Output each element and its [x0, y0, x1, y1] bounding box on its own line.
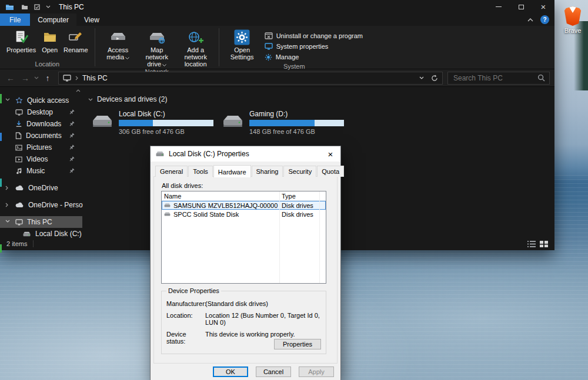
ribbon-separator [219, 28, 219, 66]
search-box[interactable] [447, 72, 550, 85]
navigation-bar: ← → ↑ This PC [0, 69, 554, 87]
sidebar-item-local-disk[interactable]: Local Disk (C:) [0, 228, 82, 240]
properties-button[interactable]: Properties [4, 28, 39, 53]
system-properties-button[interactable]: System properties [262, 41, 366, 52]
device-name: SAMSUNG MZVLB512HAJQ-00000 [173, 202, 278, 209]
sidebar-item-this-pc[interactable]: This PC [0, 216, 82, 228]
ribbon-group-label-system: System [220, 62, 368, 70]
details-view-icon[interactable] [527, 241, 536, 247]
address-dropdown-chevron-icon[interactable] [419, 76, 424, 79]
sidebar-item-pictures[interactable]: Pictures [0, 142, 82, 153]
table-row[interactable]: SAMSUNG MZVLB512HAJQ-00000 Disk drives [162, 201, 326, 210]
breadcrumb[interactable]: This PC [82, 74, 108, 82]
music-icon [15, 167, 22, 174]
search-input[interactable] [452, 73, 534, 83]
chevron-down-icon[interactable] [5, 220, 10, 223]
collapse-ribbon-icon[interactable] [527, 18, 533, 22]
sidebar-item-onedrive[interactable]: OneDrive [0, 182, 82, 194]
scrollbar-up-icon[interactable] [76, 89, 81, 92]
drive-tile-gaming[interactable]: Gaming (D:) 148 GB free of 476 GB [222, 110, 344, 135]
desktop-monitor-icon [15, 109, 23, 116]
scrollbar-down-icon[interactable] [76, 231, 81, 234]
sidebar-item-label: OneDrive - Perso [28, 201, 83, 209]
sidebar-item-label: OneDrive [28, 184, 58, 192]
chevron-right-icon[interactable] [5, 203, 8, 207]
breadcrumb-chevron-icon [75, 76, 78, 80]
back-icon[interactable]: ← [5, 73, 16, 83]
up-icon[interactable]: ↑ [42, 73, 54, 83]
uninstall-program-button[interactable]: Uninstall or change a program [262, 31, 366, 41]
manage-button[interactable]: Manage [262, 52, 366, 62]
drive-usage-fill [119, 120, 153, 126]
column-divider[interactable] [319, 191, 320, 283]
table-row[interactable]: SPCC Solid State Disk Disk drives [162, 210, 326, 218]
sidebar-item-quick-access[interactable]: Quick access [0, 95, 82, 106]
qat-properties-icon[interactable] [34, 4, 40, 10]
tab-quota[interactable]: Quota [317, 166, 344, 177]
forward-icon[interactable]: → [19, 73, 31, 83]
thumbnail-view-icon[interactable] [540, 241, 548, 247]
map-network-drive-button[interactable]: Map network drive [138, 28, 176, 68]
disk-drives-list[interactable]: Name Type SAMSUNG MZVLB512HAJQ-00000 Dis… [161, 191, 326, 284]
onedrive-cloud-icon [15, 202, 24, 208]
column-header-type[interactable]: Type [279, 193, 319, 200]
pin-icon [69, 121, 75, 127]
section-chevron-icon[interactable] [88, 98, 93, 101]
minimize-button[interactable] [487, 0, 510, 14]
close-button[interactable]: × [532, 0, 554, 14]
qat-customize-chevron-icon[interactable] [46, 5, 51, 8]
drive-tile-local-disk[interactable]: Local Disk (C:) 306 GB free of 476 GB [91, 110, 213, 135]
open-settings-button[interactable]: Open Settings [223, 28, 262, 60]
dialog-close-button[interactable]: × [320, 146, 340, 162]
tab-tools[interactable]: Tools [188, 166, 213, 177]
help-button[interactable]: ? [540, 15, 549, 24]
section-header-devices[interactable]: Devices and drives (2) [88, 95, 554, 103]
ribbon-tab-view[interactable]: View [76, 14, 107, 26]
drive-usage-fill [249, 120, 315, 126]
explorer-icon [5, 4, 14, 11]
tab-general[interactable]: General [155, 166, 188, 177]
maximize-button[interactable] [510, 0, 532, 14]
device-properties-button[interactable]: Properties [274, 339, 321, 349]
tab-sharing[interactable]: Sharing [252, 166, 283, 177]
ok-button[interactable]: OK [213, 366, 248, 377]
downloads-icon [15, 120, 22, 127]
add-network-location-button[interactable]: Add a network location [176, 28, 215, 68]
open-button[interactable]: Open [39, 28, 61, 53]
sidebar-item-desktop[interactable]: Desktop [0, 106, 82, 118]
column-divider[interactable] [279, 191, 280, 283]
properties-label: Properties [6, 46, 36, 53]
brave-shortcut[interactable]: Brave [559, 1, 586, 34]
open-settings-label: Open Settings [226, 46, 259, 60]
item-count: 2 items [6, 240, 27, 247]
cancel-button[interactable]: Cancel [256, 366, 291, 377]
sidebar-item-documents[interactable]: Documents [0, 130, 82, 142]
sidebar-item-onedrive-personal[interactable]: OneDrive - Perso [0, 199, 82, 211]
chevron-right-icon[interactable] [5, 186, 8, 190]
sidebar-item-music[interactable]: Music [0, 165, 82, 177]
hardware-tab-page: All disk drives: Name Type SAMSUNG MZVLB… [153, 176, 338, 364]
chevron-down-icon[interactable] [5, 98, 10, 101]
tab-hardware[interactable]: Hardware [213, 165, 251, 177]
title-bar[interactable]: This PC × [0, 0, 554, 14]
ribbon-tab-file[interactable]: File [0, 14, 30, 26]
column-header-name[interactable]: Name [162, 193, 279, 200]
sidebar-item-videos[interactable]: Videos [0, 153, 82, 165]
refresh-icon[interactable] [431, 75, 438, 82]
ribbon-tab-computer[interactable]: Computer [30, 14, 76, 26]
pin-icon [69, 133, 75, 139]
dialog-title-bar[interactable]: Local Disk (C:) Properties × [151, 146, 340, 162]
tab-security[interactable]: Security [283, 166, 316, 177]
search-icon[interactable] [537, 74, 545, 82]
sidebar-item-label: This PC [27, 218, 52, 226]
recent-locations-chevron-icon[interactable] [34, 76, 39, 79]
device-status-label: Device status: [166, 331, 205, 345]
drive-icon [91, 110, 113, 135]
qat-folder-icon[interactable] [21, 4, 28, 10]
address-bar[interactable]: This PC [58, 72, 443, 85]
apply-button[interactable]: Apply [299, 366, 334, 377]
globe-plus-icon [188, 29, 204, 45]
access-media-button[interactable]: Access media [99, 28, 138, 60]
sidebar-item-downloads[interactable]: Downloads [0, 118, 82, 130]
rename-button[interactable]: Rename [61, 28, 91, 53]
